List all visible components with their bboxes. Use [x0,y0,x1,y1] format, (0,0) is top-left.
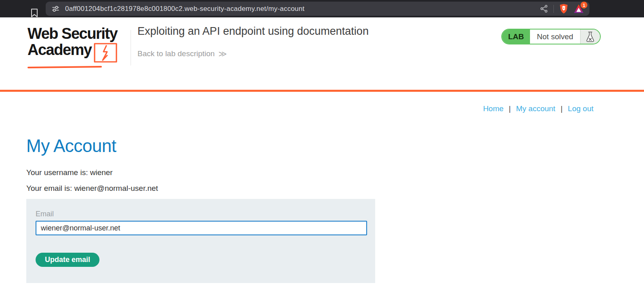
nav-link-home[interactable]: Home [483,104,504,113]
site-settings-icon[interactable] [51,5,59,13]
account-navigation: Home | My account | Log out [483,104,593,113]
email-field-label: Email [36,210,54,218]
nav-link-log-out[interactable]: Log out [568,104,593,113]
address-bar[interactable]: 0aff001204bcf1c281978e8c001800c2.web-sec… [46,2,589,16]
toolbar-divider [553,5,554,13]
lab-status-text: Not solved [530,30,580,44]
web-security-academy-logo[interactable]: Web Security Academy [27,26,117,68]
brave-shield-icon[interactable] [559,4,568,14]
header-divider [131,30,131,65]
flask-icon [580,30,600,44]
orange-divider [0,90,644,92]
lightning-bolt-icon [94,43,117,65]
update-email-form: Email Update email [26,199,375,283]
double-chevron-icon: ≫ [218,49,227,59]
logo-text-line1: Web Security [27,26,117,41]
brave-rewards-icon[interactable]: 1 [574,4,584,13]
share-icon[interactable] [540,4,548,13]
logo-underline [27,66,102,68]
email-text: Your email is: wiener@normal-user.net [26,184,158,193]
nav-separator: | [509,104,511,113]
nav-separator: | [561,104,563,113]
page: 0aff001204bcf1c281978e8c001800c2.web-sec… [0,0,644,300]
bookmark-icon[interactable] [30,8,39,18]
url-text: 0aff001204bcf1c281978e8c001800c2.web-sec… [65,5,304,13]
username-text: Your username is: wiener [26,168,113,177]
lab-status-badge: LAB Not solved [501,29,601,44]
back-link-label: Back to lab description [137,49,215,58]
browser-toolbar: 0aff001204bcf1c281978e8c001800c2.web-sec… [0,0,644,17]
update-email-button[interactable]: Update email [36,253,99,267]
logo-text-line2: Academy [27,42,91,57]
nav-link-my-account[interactable]: My account [516,104,555,113]
lab-badge-label: LAB [502,30,530,44]
lab-title: Exploiting an API endpoint using documen… [137,25,369,38]
email-input[interactable] [36,221,367,235]
rewards-notification-badge: 1 [581,2,587,8]
back-to-lab-description-link[interactable]: Back to lab description ≫ [137,49,227,59]
page-title: My Account [26,136,116,156]
